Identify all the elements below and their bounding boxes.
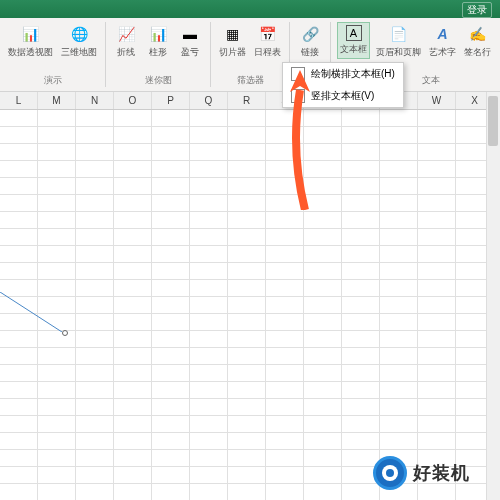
grid-cell[interactable] xyxy=(76,450,114,467)
grid-cell[interactable] xyxy=(190,433,228,450)
grid-cell[interactable] xyxy=(152,331,190,348)
grid-cell[interactable] xyxy=(418,263,456,280)
grid-cell[interactable] xyxy=(342,246,380,263)
col-header[interactable]: N xyxy=(76,92,114,109)
col-header[interactable]: R xyxy=(228,92,266,109)
grid-cell[interactable] xyxy=(190,110,228,127)
grid-cell[interactable] xyxy=(152,297,190,314)
grid-cell[interactable] xyxy=(342,314,380,331)
grid-cell[interactable] xyxy=(190,212,228,229)
col-header[interactable]: P xyxy=(152,92,190,109)
grid-cell[interactable] xyxy=(152,229,190,246)
grid-cell[interactable] xyxy=(76,127,114,144)
grid-cell[interactable] xyxy=(228,178,266,195)
grid-cell[interactable] xyxy=(266,263,304,280)
grid-cell[interactable] xyxy=(190,263,228,280)
grid-cell[interactable] xyxy=(380,195,418,212)
grid-cell[interactable] xyxy=(38,348,76,365)
grid-cell[interactable] xyxy=(76,467,114,484)
grid-cell[interactable] xyxy=(190,144,228,161)
grid-cell[interactable] xyxy=(76,348,114,365)
grid-cell[interactable] xyxy=(0,484,38,500)
grid-cell[interactable] xyxy=(0,433,38,450)
grid-cell[interactable] xyxy=(190,246,228,263)
grid-cell[interactable] xyxy=(304,263,342,280)
grid-cell[interactable] xyxy=(342,399,380,416)
grid-cell[interactable] xyxy=(190,161,228,178)
grid-cell[interactable] xyxy=(190,467,228,484)
grid-cell[interactable] xyxy=(38,263,76,280)
grid-cell[interactable] xyxy=(418,331,456,348)
grid-cell[interactable] xyxy=(114,348,152,365)
grid-cell[interactable] xyxy=(114,467,152,484)
grid-cell[interactable] xyxy=(114,178,152,195)
grid-cell[interactable] xyxy=(190,314,228,331)
grid-cell[interactable] xyxy=(152,365,190,382)
grid-cell[interactable] xyxy=(0,178,38,195)
grid-cell[interactable] xyxy=(114,263,152,280)
grid-cell[interactable] xyxy=(266,195,304,212)
grid-cell[interactable] xyxy=(418,348,456,365)
grid-cell[interactable] xyxy=(380,229,418,246)
grid-cell[interactable] xyxy=(0,212,38,229)
grid-cell[interactable] xyxy=(266,280,304,297)
signature-button[interactable]: ✍ 签名行 xyxy=(462,22,493,61)
grid-cell[interactable] xyxy=(418,399,456,416)
grid-cell[interactable] xyxy=(380,246,418,263)
sparkline-winloss-button[interactable]: ▬ 盈亏 xyxy=(176,22,204,61)
grid-cell[interactable] xyxy=(380,331,418,348)
grid-cell[interactable] xyxy=(380,144,418,161)
grid-cell[interactable] xyxy=(342,297,380,314)
sparkline-line-button[interactable]: 📈 折线 xyxy=(112,22,140,61)
grid-cell[interactable] xyxy=(38,365,76,382)
grid-cell[interactable] xyxy=(76,144,114,161)
grid-cell[interactable] xyxy=(38,212,76,229)
grid-cell[interactable] xyxy=(190,297,228,314)
grid-cell[interactable] xyxy=(38,195,76,212)
grid-cell[interactable] xyxy=(114,484,152,500)
grid-cell[interactable] xyxy=(114,144,152,161)
vertical-textbox-item[interactable]: 竖排文本框(V) xyxy=(283,85,403,107)
grid-cell[interactable] xyxy=(266,212,304,229)
grid-cell[interactable] xyxy=(114,161,152,178)
grid-cell[interactable] xyxy=(304,195,342,212)
grid-cell[interactable] xyxy=(190,229,228,246)
grid-cell[interactable] xyxy=(304,314,342,331)
grid-cell[interactable] xyxy=(418,297,456,314)
textbox-button[interactable]: A 文本框 xyxy=(337,22,370,59)
grid-cell[interactable] xyxy=(114,246,152,263)
grid-cell[interactable] xyxy=(152,484,190,500)
grid-cell[interactable] xyxy=(190,348,228,365)
grid-cell[interactable] xyxy=(342,161,380,178)
grid-cell[interactable] xyxy=(0,365,38,382)
grid-cell[interactable] xyxy=(76,365,114,382)
grid-cell[interactable] xyxy=(38,484,76,500)
grid-cell[interactable] xyxy=(266,416,304,433)
grid-cell[interactable] xyxy=(342,229,380,246)
grid-cell[interactable] xyxy=(304,399,342,416)
grid-cell[interactable] xyxy=(0,467,38,484)
grid-cell[interactable] xyxy=(38,450,76,467)
grid-cell[interactable] xyxy=(266,110,304,127)
grid-body[interactable] xyxy=(0,110,500,500)
shape-handle[interactable] xyxy=(62,330,68,336)
grid-cell[interactable] xyxy=(228,195,266,212)
grid-cell[interactable] xyxy=(114,229,152,246)
grid-cell[interactable] xyxy=(228,229,266,246)
grid-cell[interactable] xyxy=(152,263,190,280)
grid-cell[interactable] xyxy=(152,212,190,229)
grid-cell[interactable] xyxy=(114,314,152,331)
grid-cell[interactable] xyxy=(228,450,266,467)
grid-cell[interactable] xyxy=(228,365,266,382)
grid-cell[interactable] xyxy=(380,416,418,433)
grid-cell[interactable] xyxy=(76,399,114,416)
grid-cell[interactable] xyxy=(228,314,266,331)
grid-cell[interactable] xyxy=(190,178,228,195)
grid-cell[interactable] xyxy=(76,416,114,433)
grid-cell[interactable] xyxy=(266,144,304,161)
grid-cell[interactable] xyxy=(418,161,456,178)
spreadsheet-grid[interactable]: L M N O P Q R S T U V W X xyxy=(0,92,500,500)
grid-cell[interactable] xyxy=(190,399,228,416)
grid-cell[interactable] xyxy=(380,127,418,144)
grid-cell[interactable] xyxy=(76,433,114,450)
